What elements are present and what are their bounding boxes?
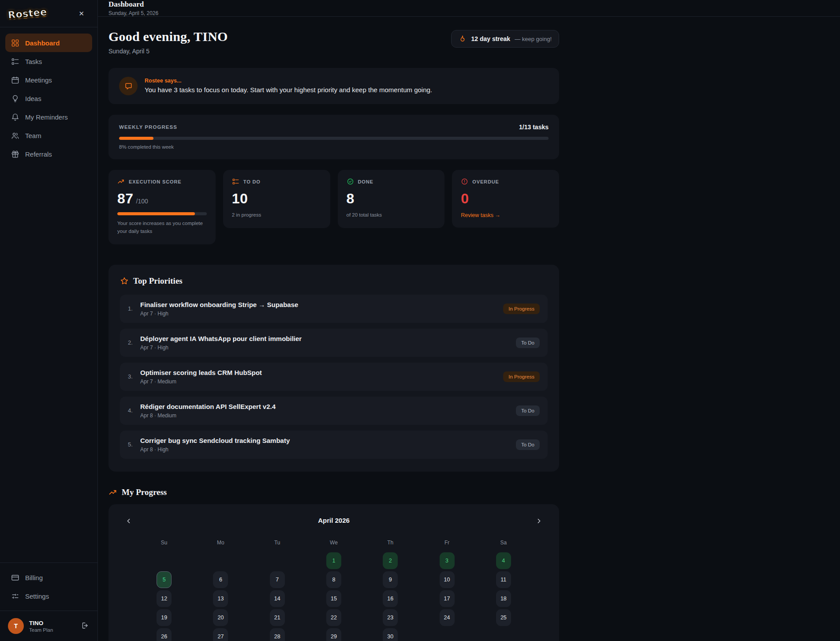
calendar-day-3[interactable]: 3 [440, 552, 455, 569]
calendar-day-28[interactable]: 28 [270, 628, 285, 641]
calendar-day-22[interactable]: 22 [326, 609, 341, 626]
status-badge: To Do [516, 439, 540, 450]
priority-number: 1. [128, 305, 140, 312]
calendar-day-29[interactable]: 29 [326, 628, 341, 641]
day-of-week-label: Fr [444, 540, 449, 550]
sidebar-item-tasks[interactable]: Tasks [5, 52, 92, 71]
stat-label: TO DO [243, 179, 261, 184]
calendar-day-21[interactable]: 21 [270, 609, 285, 626]
review-tasks-link[interactable]: Review tasks → [461, 212, 500, 218]
day-of-week-label: Su [161, 540, 168, 550]
sidebar-item-billing[interactable]: Billing [5, 568, 92, 587]
calendar-day-4[interactable]: 4 [496, 552, 511, 569]
check-circle-icon [347, 178, 354, 185]
weekly-progress-label: WEEKLY PROGRESS [119, 124, 177, 130]
stats-row: EXECUTION SCORE87/100Your score increase… [108, 170, 559, 244]
priority-row[interactable]: 4.Rédiger documentation API SellExpert v… [120, 397, 548, 425]
calendar-day-17[interactable]: 17 [440, 590, 455, 607]
avatar: T [8, 618, 24, 634]
sidebar-item-meetings[interactable]: Meetings [5, 71, 92, 89]
sidebar-item-label: Team [25, 132, 41, 139]
calendar-day-6[interactable]: 6 [213, 571, 228, 588]
calendar-day-7[interactable]: 7 [270, 571, 285, 588]
sidebar-item-label: Settings [25, 592, 49, 600]
close-icon[interactable]: ✕ [77, 8, 86, 19]
calendar-day-10[interactable]: 10 [440, 571, 455, 588]
assistant-message-card: Rostee says... You have 3 tasks to focus… [108, 68, 559, 104]
greeting-date: Sunday, April 5 [108, 48, 228, 55]
calendar-prev-icon[interactable] [123, 516, 134, 528]
calendar-day-8[interactable]: 8 [326, 571, 341, 588]
trending-up-icon [108, 488, 117, 497]
calendar-day-14[interactable]: 14 [270, 590, 285, 607]
stat-card-overdue: OVERDUE0Review tasks → [452, 170, 559, 228]
list-todo-icon [232, 178, 239, 185]
priority-meta: Apr 8 · Medium [140, 412, 516, 419]
calendar-day-20[interactable]: 20 [213, 609, 228, 626]
page-date: Sunday, April 5, 2026 [108, 10, 829, 16]
greeting-title: Good evening, TINO [108, 29, 228, 44]
weekly-progress-card: WEEKLY PROGRESS 1/13 tasks 8% completed … [108, 115, 559, 159]
sidebar-item-label: Meetings [25, 76, 52, 84]
calendar-day-26[interactable]: 26 [157, 628, 172, 641]
stat-card-done: DONE8of 20 total tasks [338, 170, 445, 228]
sidebar-item-label: My Reminders [25, 113, 68, 121]
calendar-day-1[interactable]: 1 [326, 552, 341, 569]
chat-bubble-icon [119, 77, 138, 95]
calendar-day-9[interactable]: 9 [383, 571, 398, 588]
priorities-list: 1.Finaliser workflow onboarding Stripe →… [120, 295, 548, 459]
streak-suffix: — keep going! [515, 36, 552, 42]
assistant-title: Rostee says... [145, 78, 432, 84]
sidebar-item-label: Ideas [25, 95, 41, 102]
calendar-day-18[interactable]: 18 [496, 590, 511, 607]
sidebar-item-label: Referrals [25, 150, 52, 158]
sidebar-item-my-reminders[interactable]: My Reminders [5, 108, 92, 126]
weekly-progress-count: 1/13 tasks [519, 124, 549, 131]
content: Good evening, TINO Sunday, April 5 12 da… [98, 17, 559, 641]
top-priorities-card: Top Priorities 1.Finaliser workflow onbo… [108, 265, 559, 472]
calendar-day-12[interactable]: 12 [157, 590, 172, 607]
priority-row[interactable]: 1.Finaliser workflow onboarding Stripe →… [120, 295, 548, 323]
calendar-day-19[interactable]: 19 [157, 609, 172, 626]
calendar-grid: SuMoTuWeThFrSa12345678910111213141516171… [117, 540, 550, 641]
calendar-day-2[interactable]: 2 [383, 552, 398, 569]
priority-row[interactable]: 5.Corriger bug sync Sendcloud tracking S… [120, 431, 548, 459]
status-badge: In Progress [503, 371, 540, 382]
priority-meta: Apr 7 · High [140, 311, 503, 317]
sidebar-item-referrals[interactable]: Referrals [5, 145, 92, 163]
calendar-day-13[interactable]: 13 [213, 590, 228, 607]
day-of-week-label: Th [387, 540, 393, 550]
calendar-day-11[interactable]: 11 [496, 571, 511, 588]
calendar-card: April 2026 SuMoTuWeThFrSa123456789101112… [108, 504, 559, 641]
sidebar-item-dashboard[interactable]: Dashboard [5, 34, 92, 52]
calendar-day-23[interactable]: 23 [383, 609, 398, 626]
calendar-day-15[interactable]: 15 [326, 590, 341, 607]
calendar-day-30[interactable]: 30 [383, 628, 398, 641]
priority-meta: Apr 7 · Medium [140, 379, 503, 385]
calendar-month-label: April 2026 [318, 517, 350, 524]
calendar-day-25[interactable]: 25 [496, 609, 511, 626]
calendar-day-5[interactable]: 5 [157, 571, 172, 588]
sidebar-footer-nav: BillingSettings [0, 562, 97, 611]
status-badge: In Progress [503, 304, 540, 314]
day-of-week-label: Mo [217, 540, 224, 550]
calendar-next-icon[interactable] [534, 516, 544, 528]
sidebar-item-team[interactable]: Team [5, 126, 92, 145]
sidebar-item-settings[interactable]: Settings [5, 587, 92, 605]
priorities-title: Top Priorities [133, 276, 183, 286]
calendar-day-24[interactable]: 24 [440, 609, 455, 626]
logout-icon[interactable] [80, 621, 90, 632]
sidebar-item-ideas[interactable]: Ideas [5, 89, 92, 108]
priority-title: Finaliser workflow onboarding Stripe → S… [140, 301, 503, 308]
priority-title: Déployer agent IA WhatsApp pour client i… [140, 335, 516, 342]
status-badge: To Do [516, 337, 540, 348]
stat-value: 0 [461, 191, 469, 207]
priority-row[interactable]: 2.Déployer agent IA WhatsApp pour client… [120, 329, 548, 357]
calendar-day-27[interactable]: 27 [213, 628, 228, 641]
grid-icon [11, 39, 19, 47]
user-profile[interactable]: T TINO Team Plan [0, 611, 97, 641]
calendar-day-16[interactable]: 16 [383, 590, 398, 607]
priority-row[interactable]: 3.Optimiser scoring leads CRM HubSpotApr… [120, 363, 548, 391]
priority-title: Corriger bug sync Sendcloud tracking Sam… [140, 437, 516, 444]
users-icon [11, 131, 19, 140]
